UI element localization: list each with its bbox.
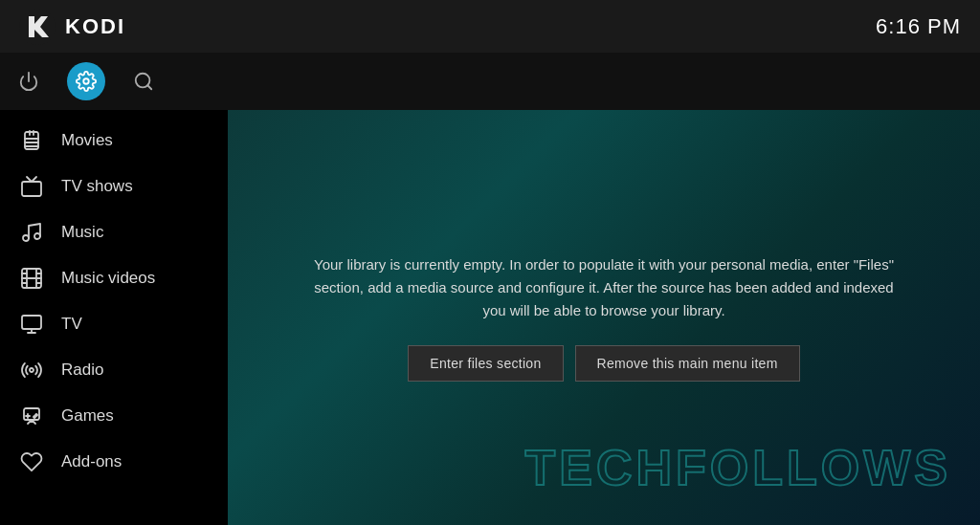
content-area: Your library is currently empty. In orde… [228, 110, 980, 525]
gear-icon [76, 71, 97, 92]
enter-files-button[interactable]: Enter files section [408, 345, 563, 382]
add-ons-icon [19, 449, 44, 474]
movies-label: Movies [61, 131, 113, 150]
settings-button[interactable] [67, 62, 105, 100]
main-layout: Movies TV shows Music [0, 110, 980, 525]
svg-point-7 [23, 235, 29, 241]
games-label: Games [61, 406, 114, 426]
sidebar-item-add-ons[interactable]: Add-ons [0, 439, 228, 485]
header: KODI 6:16 PM [0, 0, 980, 53]
movies-icon [19, 128, 44, 153]
empty-library-message: Your library is currently empty. In orde… [307, 253, 901, 322]
clock: 6:16 PM [876, 14, 961, 39]
add-ons-label: Add-ons [61, 452, 122, 471]
sidebar-item-tv-shows[interactable]: TV shows [0, 164, 228, 209]
watermark: TECHFOLLOWS [524, 439, 951, 496]
radio-icon [19, 358, 44, 383]
svg-line-5 [147, 85, 151, 89]
music-videos-icon [19, 266, 44, 291]
search-icon [133, 71, 154, 92]
action-buttons: Enter files section Remove this main men… [307, 345, 901, 382]
remove-menu-item-button[interactable]: Remove this main menu item [575, 345, 800, 382]
svg-rect-6 [22, 182, 41, 196]
tv-shows-label: TV shows [61, 177, 133, 196]
kodi-logo [19, 9, 56, 45]
svg-point-3 [83, 78, 89, 84]
music-videos-label: Music videos [61, 269, 155, 288]
sidebar-item-tv[interactable]: TV [0, 301, 228, 347]
tv-label: TV [61, 315, 82, 334]
sidebar-item-music-videos[interactable]: Music videos [0, 255, 228, 301]
svg-rect-17 [22, 316, 41, 329]
app-title: KODI [65, 14, 125, 39]
games-icon [19, 404, 44, 428]
tv-shows-icon [19, 174, 44, 199]
sidebar-item-music[interactable]: Music [0, 209, 228, 255]
power-icon [18, 71, 39, 92]
power-button[interactable] [10, 62, 48, 100]
toolbar [0, 53, 980, 110]
empty-library-box: Your library is currently empty. In orde… [269, 225, 939, 410]
header-left: KODI [19, 9, 125, 45]
music-label: Music [61, 223, 103, 242]
radio-label: Radio [61, 361, 103, 380]
sidebar: Movies TV shows Music [0, 110, 228, 525]
music-icon [19, 220, 44, 245]
sidebar-item-radio[interactable]: Radio [0, 347, 228, 393]
svg-point-20 [30, 368, 33, 372]
sidebar-item-movies[interactable]: Movies [0, 118, 228, 164]
search-button[interactable] [124, 62, 163, 100]
sidebar-item-games[interactable]: Games [0, 393, 228, 439]
svg-point-24 [35, 414, 37, 416]
tv-icon [19, 312, 44, 337]
